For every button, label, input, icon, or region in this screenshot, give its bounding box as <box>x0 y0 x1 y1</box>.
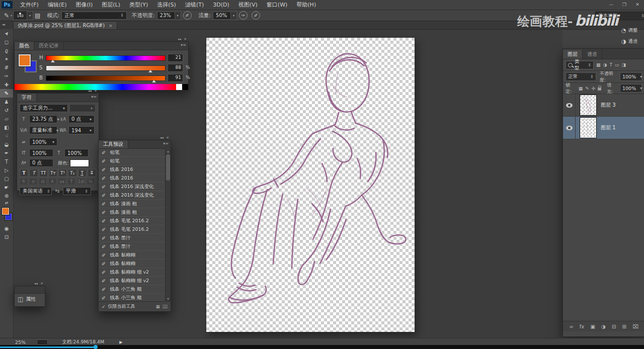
ligatures-button[interactable]: fi <box>20 178 28 185</box>
scrollbar-thumb[interactable] <box>166 154 170 181</box>
layer-row-selected[interactable]: 图层 1 <box>563 117 644 139</box>
layer-opacity-field[interactable]: 100%▾ <box>620 72 642 81</box>
status-expand-icon[interactable]: ▶ <box>119 340 122 344</box>
menu-select[interactable]: 选择(S) <box>152 0 181 10</box>
lock-all-icon[interactable] <box>598 88 601 91</box>
preset-item[interactable]: ✐线条 2016 <box>99 174 166 183</box>
restore-button[interactable]: ❐ <box>618 0 631 10</box>
link-layers-icon[interactable]: ∞ <box>569 324 573 329</box>
stylistic-alternates-button[interactable]: aa <box>58 178 66 185</box>
brightness-track[interactable] <box>46 75 166 81</box>
visibility-toggle[interactable] <box>563 117 576 139</box>
path-selection-tool[interactable]: ▷ <box>0 166 13 175</box>
gradient-tool[interactable]: ◧ <box>0 123 13 132</box>
menu-type[interactable]: 类型(Y) <box>125 0 152 10</box>
move-tool[interactable]: ➤ <box>0 29 13 38</box>
menu-layer[interactable]: 图层(L) <box>97 0 125 10</box>
panel-close-icon[interactable]: ✕ <box>40 282 43 286</box>
preset-item[interactable]: ✐铅笔 <box>99 157 166 165</box>
preset-item[interactable]: ✐线条 黏糊糊 细 v2 <box>99 268 166 277</box>
opacity-arrow[interactable]: ▾ <box>175 11 181 20</box>
saturation-value[interactable]: 88 <box>168 64 183 72</box>
preset-item[interactable]: ✐铅笔 <box>99 148 166 157</box>
minimize-button[interactable]: — <box>605 0 618 10</box>
history-brush-tool[interactable]: ↺ <box>0 106 13 115</box>
brightness-handle[interactable] <box>152 80 156 82</box>
menu-window[interactable]: 窗口(W) <box>262 0 292 10</box>
preset-item[interactable]: ✐线条 毛笔 2016.2 <box>99 225 166 234</box>
preset-item[interactable]: ✐线条 黏糊糊 <box>99 251 166 259</box>
language-select[interactable]: 美国英语⇕ <box>20 187 52 195</box>
filter-type-icon[interactable]: T <box>609 62 612 67</box>
video-progress-knob[interactable] <box>94 345 98 349</box>
panel-collapse-icon[interactable]: ◂◂ <box>178 37 181 41</box>
spectrum-white-swatch[interactable] <box>176 84 182 90</box>
lock-pixels-icon[interactable]: ✎ <box>585 86 589 91</box>
all-caps-button[interactable]: TT <box>39 169 48 177</box>
new-layer-icon[interactable]: ⊞ <box>622 324 626 329</box>
document-close-icon[interactable]: × <box>109 23 113 28</box>
scroll-up-icon[interactable]: ▴ <box>166 149 171 153</box>
shape-tool[interactable]: ▢ <box>0 175 13 183</box>
hand-tool[interactable]: ☛ <box>0 183 13 192</box>
faux-italic-button[interactable]: T <box>29 169 38 177</box>
adjustment-layer-icon[interactable]: ◑ <box>601 324 606 329</box>
zoom-tool[interactable]: ⊕ <box>0 192 13 200</box>
underline-button[interactable]: T <box>78 169 87 177</box>
toggle-brush-panel-icon[interactable]: ▤ <box>35 12 40 19</box>
superscript-button[interactable]: T¹ <box>58 169 67 177</box>
font-family-select[interactable]: 造字工房力...▾ <box>20 104 68 112</box>
eyedropper-tool[interactable]: ✑ <box>0 72 13 80</box>
subscript-button[interactable]: T₁ <box>68 169 76 177</box>
preset-scrollbar[interactable]: ▴ ▾ <box>165 148 171 301</box>
small-caps-button[interactable]: Tᴛ <box>49 169 57 177</box>
preset-item[interactable]: ✐线条 小三角 顺 <box>99 285 166 294</box>
layer-group-icon[interactable]: ⊟ <box>612 324 616 329</box>
menu-3d[interactable]: 3D(D) <box>208 0 234 10</box>
preset-item[interactable]: ✐线条 毛笔 2016.2 <box>99 217 166 225</box>
screen-mode-button[interactable]: ⊡ <box>0 233 13 241</box>
font-style-select[interactable]: ▾ <box>69 104 96 112</box>
preset-item[interactable]: ✐线条 2016 深浅变化 <box>99 183 166 191</box>
brightness-value[interactable]: 91 <box>168 74 183 82</box>
healing-brush-tool[interactable]: ✚ <box>0 80 13 89</box>
panel-menu-icon[interactable]: ▾≡ <box>161 140 171 148</box>
layer-thumbnail[interactable] <box>580 117 597 138</box>
hue-value[interactable]: 21 <box>168 54 183 62</box>
opacity-field[interactable]: 23% <box>157 12 175 20</box>
flow-arrow[interactable]: ▾ <box>231 11 237 20</box>
vertical-scale-field[interactable]: 100% <box>29 149 53 157</box>
panel-menu-icon[interactable]: ▾≡ <box>89 94 99 102</box>
titling-alternates-button[interactable]: T <box>67 178 75 185</box>
saturation-track[interactable] <box>46 65 166 71</box>
video-progress-bar[interactable] <box>0 345 644 349</box>
adjustments-panel-button[interactable]: ◔ 调整 <box>619 25 644 36</box>
menu-file[interactable]: 文件(F) <box>16 0 43 10</box>
lasso-tool[interactable]: ϱ <box>0 46 13 55</box>
panel-menu-icon[interactable]: ▾≡ <box>179 42 188 50</box>
panel-close-icon[interactable]: ✕ <box>94 89 97 93</box>
preset-item[interactable]: ✐线条 漫画 粗 <box>99 200 166 208</box>
tab-layers[interactable]: 图层 <box>563 50 583 59</box>
lock-position-icon[interactable]: ✢ <box>592 86 596 91</box>
tool-dropdown-icon[interactable]: ▾ <box>11 14 12 17</box>
menu-view[interactable]: 视图(V) <box>234 0 262 10</box>
filter-smart-object-icon[interactable]: ◨ <box>621 62 626 67</box>
preset-item[interactable]: ✐线条 漫画 粗 <box>99 208 166 217</box>
tab-history[interactable]: 历史记录 <box>34 42 64 50</box>
hue-track[interactable] <box>46 55 166 61</box>
scroll-down-icon[interactable]: ▾ <box>166 297 171 300</box>
horizontal-scale-field[interactable]: 100% <box>64 149 89 157</box>
layer-name[interactable]: 图层 1 <box>601 124 616 131</box>
menu-image[interactable]: 图像(I) <box>71 0 97 10</box>
delete-preset-icon[interactable]: ⌧ <box>163 304 168 309</box>
preset-item[interactable]: ✐线条 2016 深浅变化 <box>99 191 166 200</box>
eraser-tool[interactable]: ▱ <box>0 115 13 123</box>
swap-colors-icon[interactable]: ⇄ <box>0 200 13 205</box>
strikethrough-button[interactable]: T <box>88 169 96 177</box>
panel-collapse-icon[interactable]: ◂◂ <box>34 282 38 286</box>
tracking-field[interactable]: 194▾ <box>68 126 95 134</box>
zoom-level-field[interactable]: 25% <box>15 339 26 345</box>
leading-field[interactable]: 0 点▾ <box>68 115 95 123</box>
panel-collapse-icon[interactable]: ◂◂ <box>160 136 164 140</box>
